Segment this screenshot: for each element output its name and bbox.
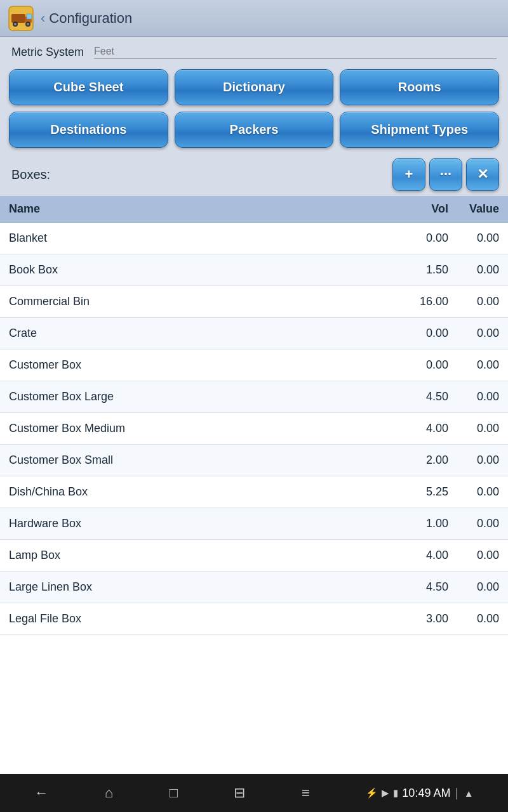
nav-button-destinations[interactable]: Destinations [9,112,168,148]
table-header: Name Vol Value [0,196,508,223]
scan-icon[interactable]: ⊟ [234,785,245,801]
row-value: 0.00 [448,263,499,277]
table-row[interactable]: Blanket0.000.00 [0,223,508,254]
row-value: 0.00 [448,549,499,562]
row-vol: 1.00 [398,517,448,530]
row-name: Legal File Box [9,612,398,625]
app-icon [8,5,34,32]
row-value: 0.00 [448,485,499,499]
row-vol: 4.00 [398,422,448,435]
row-name: Commercial Bin [9,295,398,308]
col-header-name: Name [9,202,398,216]
row-vol: 4.50 [398,390,448,403]
table-row[interactable]: Customer Box Small2.000.00 [0,445,508,476]
row-value: 0.00 [448,327,499,340]
boxes-actions: + ··· ✕ [392,158,499,191]
table-row[interactable]: Lamp Box4.000.00 [0,540,508,572]
status-bar: ⚡ ▶ ▮ 10:49 AM │ ▲ [366,787,473,800]
wifi-icon: │ [454,788,460,799]
table-row[interactable]: Large Linen Box4.500.00 [0,572,508,603]
main-content: Metric System Feet Cube SheetDictionaryR… [0,37,508,774]
row-vol: 0.00 [398,327,448,340]
svg-point-5 [14,23,17,25]
row-vol: 2.00 [398,454,448,467]
row-name: Book Box [9,263,398,277]
row-name: Dish/China Box [9,485,398,499]
row-vol: 16.00 [398,295,448,308]
row-name: Customer Box Medium [9,422,398,435]
row-vol: 5.25 [398,485,448,499]
svg-rect-1 [11,14,25,23]
app-header: ‹ Configuration [0,0,508,37]
table-row[interactable]: Crate0.000.00 [0,318,508,350]
boxes-table: Name Vol Value Blanket0.000.00Book Box1.… [0,196,508,774]
home-icon[interactable]: ⌂ [105,785,113,801]
row-vol: 1.50 [398,263,448,277]
col-header-vol: Vol [398,202,448,216]
row-value: 0.00 [448,422,499,435]
table-row[interactable]: Customer Box Medium4.000.00 [0,413,508,445]
svg-point-7 [27,23,29,25]
row-name: Lamp Box [9,549,398,562]
row-value: 0.00 [448,232,499,245]
table-row[interactable]: Book Box1.500.00 [0,254,508,286]
row-vol: 0.00 [398,358,448,372]
more-box-button[interactable]: ··· [429,158,462,191]
nav-button-cube-sheet[interactable]: Cube Sheet [9,69,168,105]
menu-icon[interactable]: ≡ [302,785,310,801]
network-icon: ▲ [464,788,474,799]
nav-button-dictionary[interactable]: Dictionary [175,69,334,105]
metric-system-row: Metric System Feet [0,37,508,65]
add-box-button[interactable]: + [392,158,425,191]
table-row[interactable]: Customer Box0.000.00 [0,350,508,381]
metric-system-value[interactable]: Feet [94,46,497,59]
nav-button-packers[interactable]: Packers [175,112,334,148]
clock: 10:49 AM [402,787,450,800]
recent-apps-icon[interactable]: □ [170,785,178,801]
nav-button-shipment-types[interactable]: Shipment Types [340,112,499,148]
row-vol: 4.00 [398,549,448,562]
boxes-row: Boxes: + ··· ✕ [0,152,508,196]
row-vol: 4.50 [398,580,448,594]
row-value: 0.00 [448,358,499,372]
row-name: Blanket [9,232,398,245]
table-row[interactable]: Commercial Bin16.000.00 [0,286,508,318]
row-name: Hardware Box [9,517,398,530]
usb-icon: ⚡ [366,787,378,799]
signal-icon: ▶ [382,787,389,799]
row-vol: 3.00 [398,612,448,625]
back-arrow-icon[interactable]: ‹ [41,10,45,27]
row-value: 0.00 [448,580,499,594]
bottom-navigation-bar: ← ⌂ □ ⊟ ≡ ⚡ ▶ ▮ 10:49 AM │ ▲ [0,774,508,812]
back-icon[interactable]: ← [34,785,48,801]
row-vol: 0.00 [398,232,448,245]
metric-system-label: Metric System [11,46,84,59]
row-name: Customer Box Small [9,454,398,467]
table-row[interactable]: Dish/China Box5.250.00 [0,476,508,508]
remove-box-button[interactable]: ✕ [466,158,499,191]
row-value: 0.00 [448,517,499,530]
table-row[interactable]: Legal File Box3.000.00 [0,603,508,635]
table-row[interactable]: Hardware Box1.000.00 [0,508,508,540]
row-name: Customer Box [9,358,398,372]
page-title: Configuration [49,10,132,27]
col-header-value: Value [448,202,499,216]
row-value: 0.00 [448,390,499,403]
row-name: Large Linen Box [9,580,398,594]
table-row[interactable]: Customer Box Large4.500.00 [0,381,508,413]
nav-button-rooms[interactable]: Rooms [340,69,499,105]
row-value: 0.00 [448,454,499,467]
row-name: Crate [9,327,398,340]
table-body: Blanket0.000.00Book Box1.500.00Commercia… [0,223,508,635]
battery-icon: ▮ [393,787,398,799]
boxes-label: Boxes: [11,167,392,182]
svg-rect-3 [27,14,32,19]
navigation-buttons: Cube SheetDictionaryRoomsDestinationsPac… [0,65,508,152]
row-name: Customer Box Large [9,390,398,403]
row-value: 0.00 [448,612,499,625]
row-value: 0.00 [448,295,499,308]
